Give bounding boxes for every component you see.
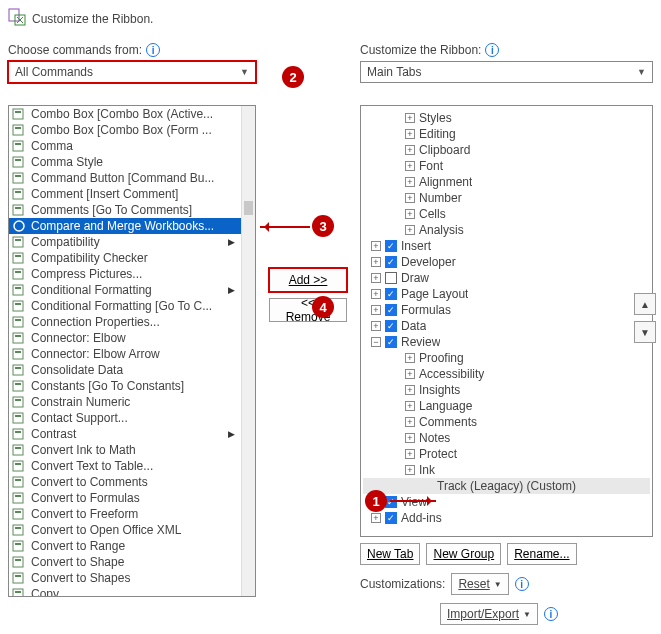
expand-toggle[interactable]: + (405, 209, 415, 219)
expand-toggle[interactable]: + (405, 417, 415, 427)
new-group-button[interactable]: New Group (426, 543, 501, 565)
checkbox[interactable] (385, 240, 397, 252)
list-item[interactable]: Convert to Comments (9, 474, 241, 490)
list-item[interactable]: Conditional Formatting [Go To C... (9, 298, 241, 314)
expand-toggle[interactable]: + (405, 401, 415, 411)
add-button[interactable]: Add >> (269, 268, 347, 292)
list-item[interactable]: Convert to Formulas (9, 490, 241, 506)
commands-from-dropdown[interactable]: All Commands ▼ (8, 61, 256, 83)
list-item[interactable]: Convert Ink to Math (9, 442, 241, 458)
info-icon[interactable]: i (146, 43, 160, 57)
tree-row[interactable]: Track (Leagacy) (Custom) (363, 478, 650, 494)
scroll-thumb[interactable] (244, 201, 253, 215)
expand-toggle[interactable]: + (371, 289, 381, 299)
list-item[interactable]: Conditional Formatting▶ (9, 282, 241, 298)
tree-row[interactable]: +Clipboard (363, 142, 650, 158)
list-item[interactable]: Constrain Numeric (9, 394, 241, 410)
list-item[interactable]: Comments [Go To Comments] (9, 202, 241, 218)
list-item[interactable]: Copy (9, 586, 241, 596)
tree-row[interactable]: +Protect (363, 446, 650, 462)
list-item[interactable]: Convert to Shapes (9, 570, 241, 586)
checkbox[interactable] (385, 272, 397, 284)
checkbox[interactable] (385, 304, 397, 316)
tree-row[interactable]: +Notes (363, 430, 650, 446)
list-item[interactable]: Convert to Range (9, 538, 241, 554)
tree-row[interactable]: +Developer (363, 254, 650, 270)
checkbox[interactable] (385, 512, 397, 524)
list-item[interactable]: Comma Style (9, 154, 241, 170)
expand-toggle[interactable]: + (405, 177, 415, 187)
checkbox[interactable] (385, 320, 397, 332)
tree-row[interactable]: +Comments (363, 414, 650, 430)
expand-toggle[interactable]: − (371, 337, 381, 347)
list-item[interactable]: Convert to Shape (9, 554, 241, 570)
tree-row[interactable]: +Add-ins (363, 510, 650, 526)
list-item[interactable]: Constants [Go To Constants] (9, 378, 241, 394)
tree-row[interactable]: +Proofing (363, 350, 650, 366)
expand-toggle[interactable]: + (371, 273, 381, 283)
list-item[interactable]: Compare and Merge Workbooks... (9, 218, 241, 234)
list-item[interactable]: Combo Box [Combo Box (Active... (9, 106, 241, 122)
expand-toggle[interactable]: + (405, 385, 415, 395)
rename-button[interactable]: Rename... (507, 543, 576, 565)
list-item[interactable]: Convert to Freeform (9, 506, 241, 522)
expand-toggle[interactable]: + (405, 113, 415, 123)
tree-row[interactable]: +Editing (363, 126, 650, 142)
info-icon[interactable]: i (544, 607, 558, 621)
tree-row[interactable]: +Accessibility (363, 366, 650, 382)
remove-button[interactable]: << Remove (269, 298, 347, 322)
list-item[interactable]: Comment [Insert Comment] (9, 186, 241, 202)
tree-row[interactable]: +View (363, 494, 650, 510)
info-icon[interactable]: i (485, 43, 499, 57)
list-item[interactable]: Compatibility Checker (9, 250, 241, 266)
info-icon[interactable]: i (515, 577, 529, 591)
list-item[interactable]: Compress Pictures... (9, 266, 241, 282)
tree-row[interactable]: +Analysis (363, 222, 650, 238)
list-item[interactable]: Contrast▶ (9, 426, 241, 442)
tree-row[interactable]: +Number (363, 190, 650, 206)
tree-row[interactable]: +Formulas (363, 302, 650, 318)
list-item[interactable]: Command Button [Command Bu... (9, 170, 241, 186)
list-item[interactable]: Comma (9, 138, 241, 154)
expand-toggle[interactable]: + (405, 433, 415, 443)
expand-toggle[interactable]: + (405, 225, 415, 235)
tree-row[interactable]: +Draw (363, 270, 650, 286)
expand-toggle[interactable]: + (405, 145, 415, 155)
expand-toggle[interactable]: + (371, 257, 381, 267)
expand-toggle[interactable]: + (405, 353, 415, 363)
tree-row[interactable]: +Insert (363, 238, 650, 254)
tree-row[interactable]: +Data (363, 318, 650, 334)
import-export-dropdown[interactable]: Import/Export▼ (440, 603, 538, 625)
checkbox[interactable] (385, 336, 397, 348)
move-up-button[interactable]: ▲ (634, 293, 656, 315)
list-item[interactable]: Connection Properties... (9, 314, 241, 330)
expand-toggle[interactable]: + (405, 161, 415, 171)
expand-toggle[interactable]: + (371, 513, 381, 523)
ribbon-tabs-dropdown[interactable]: Main Tabs ▼ (360, 61, 653, 83)
checkbox[interactable] (385, 288, 397, 300)
expand-toggle[interactable]: + (371, 321, 381, 331)
expand-toggle[interactable]: + (371, 305, 381, 315)
expand-toggle[interactable]: + (405, 449, 415, 459)
reset-dropdown[interactable]: Reset▼ (451, 573, 508, 595)
expand-toggle[interactable]: + (405, 129, 415, 139)
list-item[interactable]: Convert Text to Table... (9, 458, 241, 474)
commands-listbox[interactable]: Combo Box [Combo Box (Active...Combo Box… (8, 105, 256, 597)
tree-row[interactable]: +Cells (363, 206, 650, 222)
scrollbar[interactable] (241, 106, 255, 596)
tree-row[interactable]: +Font (363, 158, 650, 174)
list-item[interactable]: Combo Box [Combo Box (Form ... (9, 122, 241, 138)
tree-row[interactable]: +Insights (363, 382, 650, 398)
new-tab-button[interactable]: New Tab (360, 543, 420, 565)
expand-toggle[interactable]: + (405, 465, 415, 475)
list-item[interactable]: Consolidate Data (9, 362, 241, 378)
expand-toggle[interactable]: + (371, 241, 381, 251)
tree-row[interactable]: +Styles (363, 110, 650, 126)
tree-row[interactable]: +Language (363, 398, 650, 414)
tree-row[interactable]: +Alignment (363, 174, 650, 190)
tree-row[interactable]: −Review (363, 334, 650, 350)
ribbon-tree[interactable]: +Styles+Editing+Clipboard+Font+Alignment… (360, 105, 653, 537)
list-item[interactable]: Connector: Elbow Arrow (9, 346, 241, 362)
list-item[interactable]: Contact Support... (9, 410, 241, 426)
expand-toggle[interactable]: + (405, 193, 415, 203)
